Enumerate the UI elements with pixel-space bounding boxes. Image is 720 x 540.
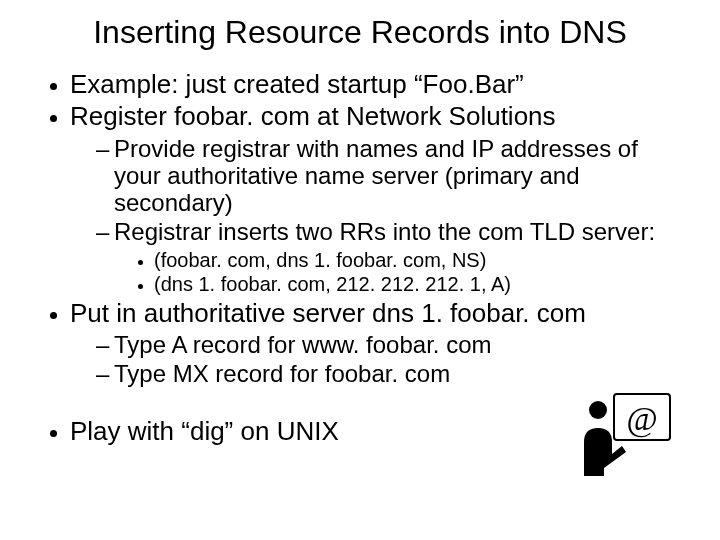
bullet-item: (foobar. com, dns 1. foobar. com, NS) <box>154 248 680 272</box>
bullet-list-level3: (foobar. com, dns 1. foobar. com, NS) (d… <box>114 248 680 296</box>
bullet-item: Put in authoritative server dns 1. fooba… <box>70 298 680 388</box>
slide: Inserting Resource Records into DNS Exam… <box>0 0 720 540</box>
bullet-list-level2: Provide registrar with names and IP addr… <box>70 136 680 296</box>
svg-text:@: @ <box>626 400 657 438</box>
svg-rect-3 <box>584 458 592 476</box>
bullet-item: (dns 1. foobar. com, 212. 212. 212. 1, A… <box>154 272 680 296</box>
bullet-item: Example: just created startup “Foo.Bar” <box>70 69 680 100</box>
bullet-list-level2: Type A record for www. foobar. com Type … <box>70 332 680 388</box>
bullet-text: Registrar inserts two RRs into the com T… <box>114 218 655 245</box>
slide-title: Inserting Resource Records into DNS <box>40 14 680 51</box>
bullet-item: Registrar inserts two RRs into the com T… <box>96 219 680 296</box>
at-symbol-person-icon: @ <box>570 388 680 478</box>
bullet-item: Provide registrar with names and IP addr… <box>96 136 680 217</box>
bullet-item: Register foobar. com at Network Solution… <box>70 101 680 295</box>
bullet-text: Register foobar. com at Network Solution… <box>70 101 556 131</box>
bullet-item: Type A record for www. foobar. com <box>96 332 680 359</box>
bullet-text: Put in authoritative server dns 1. fooba… <box>70 298 586 328</box>
svg-point-2 <box>589 401 607 419</box>
svg-rect-4 <box>596 458 604 476</box>
bullet-item: Type MX record for foobar. com <box>96 361 680 388</box>
